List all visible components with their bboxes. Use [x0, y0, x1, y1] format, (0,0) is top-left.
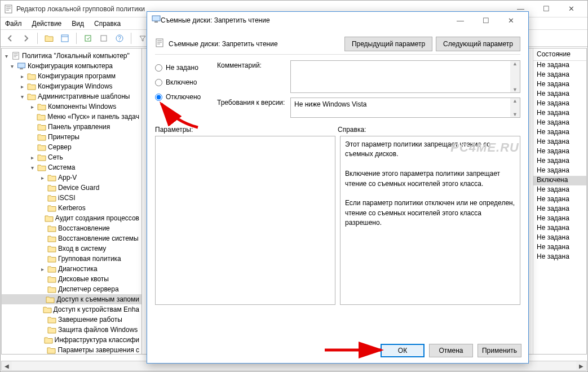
tree-item[interactable]: ▾Система	[2, 162, 142, 172]
tree-item[interactable]: Диспетчер сервера	[2, 284, 142, 294]
tree-item[interactable]: ▾Административные шаблоны	[2, 91, 142, 101]
ok-button[interactable]: ОК	[381, 344, 425, 357]
dialog-close-button[interactable]: ✕	[498, 12, 524, 28]
tree-item[interactable]: Панель управления	[2, 122, 142, 132]
apply-button[interactable]: Применить	[478, 344, 521, 357]
tree-twist-icon[interactable]: ▾	[8, 63, 15, 69]
tree-item[interactable]: Дисковые квоты	[2, 274, 142, 284]
tree-twist-icon[interactable]: ▸	[39, 175, 46, 181]
state-value[interactable]: Не задана	[533, 90, 586, 99]
menu-action[interactable]: Действие	[32, 20, 62, 28]
tree-item[interactable]: Аудит создания процессов	[2, 213, 142, 223]
toolbar-properties-button[interactable]	[98, 32, 110, 45]
state-value[interactable]: Не задана	[533, 233, 586, 243]
state-value[interactable]: Не задана	[533, 224, 586, 233]
toolbar-forward-button[interactable]	[20, 32, 32, 45]
tree-item[interactable]: ▸App-V	[2, 172, 142, 183]
state-radio-group: Не задано Включено Отключено	[155, 60, 217, 122]
scroll-left-button[interactable]: ◀	[2, 361, 12, 370]
state-value[interactable]: Не задана	[533, 214, 586, 224]
cancel-button[interactable]: Отмена	[429, 344, 473, 357]
tree-root[interactable]: ▾ Политика "Локальный компьютер"	[2, 51, 142, 61]
menu-view[interactable]: Вид	[72, 20, 84, 28]
toolbar-export-button[interactable]	[82, 32, 94, 45]
tree-item-label: Сервер	[48, 143, 72, 151]
menu-file[interactable]: Файл	[5, 20, 22, 28]
state-column-header[interactable]: Состояние	[533, 48, 586, 61]
comment-textarea[interactable]: ▲▼	[290, 60, 520, 93]
state-value[interactable]: Не задана	[533, 166, 586, 176]
requirements-textarea[interactable]: Не ниже Windows Vista ▲▼	[290, 98, 520, 118]
radio-not-configured[interactable]: Не задано	[155, 60, 217, 75]
folder-icon	[47, 285, 56, 293]
state-value[interactable]: Не задана	[533, 118, 586, 128]
tree-item[interactable]: Kerberos	[2, 203, 142, 213]
tree-item[interactable]: Принтеры	[2, 132, 142, 142]
tree-item[interactable]: Доступ к устройствам Enha	[2, 304, 142, 315]
radio-enabled[interactable]: Включено	[155, 75, 217, 90]
tree-twist-icon[interactable]: ▸	[19, 83, 25, 90]
tree-item[interactable]: Доступ к съемным запоми	[2, 294, 142, 304]
tree-item[interactable]: Меню «Пуск» и панель задач	[2, 112, 142, 122]
tree-item[interactable]: Восстановление системы	[2, 233, 142, 243]
policy-tree[interactable]: ▾ Политика "Локальный компьютер" ▾Конфиг…	[1, 48, 142, 355]
toolbar-up-button[interactable]	[43, 32, 55, 45]
state-value[interactable]: Не задана	[533, 80, 586, 90]
tree-twist-icon[interactable]: ▸	[39, 266, 46, 272]
dialog-minimize-button[interactable]: —	[448, 12, 473, 28]
state-value[interactable]: Не задана	[533, 138, 586, 147]
tree-item[interactable]: Завершение работы	[2, 315, 142, 325]
tree-twist-icon[interactable]: ▸	[29, 154, 36, 161]
main-close-button[interactable]: ✕	[559, 1, 584, 17]
folder-icon	[47, 346, 56, 354]
state-value[interactable]: Не задана	[533, 185, 586, 195]
toolbar-back-button[interactable]	[4, 32, 16, 45]
tree-twist-icon[interactable]: ▾	[29, 165, 36, 171]
tree-twist-icon[interactable]: ▸	[29, 104, 36, 110]
state-value[interactable]: Не задана	[533, 128, 586, 138]
folder-icon	[44, 336, 53, 344]
tree-item[interactable]: Восстановление	[2, 223, 142, 233]
state-value[interactable]: Не задана	[533, 243, 586, 253]
tree-item[interactable]: ▾Конфигурация компьютера	[2, 61, 142, 71]
tree-item[interactable]: iSCSI	[2, 193, 142, 203]
state-value[interactable]: Не задана	[533, 205, 586, 214]
tree-item[interactable]: Параметры завершения с	[2, 345, 142, 355]
tree-item[interactable]: Инфраструктура классифи	[2, 335, 142, 345]
tree-item[interactable]: Device Guard	[2, 183, 142, 193]
tree-item[interactable]: ▸Компоненты Windows	[2, 101, 142, 112]
state-value[interactable]: Не задана	[533, 99, 586, 109]
previous-setting-button[interactable]: Предыдущий параметр	[344, 37, 432, 51]
state-value[interactable]: Не задана	[533, 195, 586, 205]
tree-item[interactable]: ▸Конфигурация Windows	[2, 81, 142, 91]
state-value[interactable]: Включена	[533, 176, 586, 185]
tree-item[interactable]: Групповая политика	[2, 254, 142, 264]
parameters-box[interactable]	[155, 136, 335, 305]
app-icon	[4, 5, 13, 14]
help-box[interactable]: Этот параметр политики запрещает чтение …	[340, 136, 520, 305]
radio-disabled[interactable]: Отключено	[155, 90, 217, 104]
tree-twist-icon[interactable]: ▾	[3, 53, 10, 59]
state-value[interactable]: Не задана	[533, 147, 586, 157]
tree-item[interactable]: Защита файлов Windows	[2, 325, 142, 335]
tree-item[interactable]: ▸Диагностика	[2, 264, 142, 274]
state-value[interactable]: Не задана	[533, 253, 586, 262]
scroll-right-button[interactable]: ▶	[576, 361, 586, 370]
tree-item[interactable]: ▸Конфигурация программ	[2, 71, 142, 81]
menu-help[interactable]: Справка	[94, 20, 121, 28]
state-value[interactable]: Не задана	[533, 157, 586, 166]
state-value[interactable]: Не задана	[533, 61, 586, 70]
main-maximize-button[interactable]: ☐	[533, 1, 559, 17]
state-value[interactable]: Не задана	[533, 109, 586, 118]
state-value[interactable]: Не задана	[533, 70, 586, 80]
dialog-maximize-button[interactable]: ☐	[473, 12, 498, 28]
tree-item-label: Компоненты Windows	[48, 103, 116, 110]
tree-twist-icon[interactable]: ▸	[19, 73, 25, 79]
toolbar-show-hide-button[interactable]	[59, 32, 71, 45]
tree-twist-icon[interactable]: ▾	[19, 94, 25, 100]
tree-item[interactable]: Вход в систему	[2, 243, 142, 254]
tree-item[interactable]: Сервер	[2, 142, 142, 152]
toolbar-help-button[interactable]: ?	[113, 32, 126, 45]
tree-item[interactable]: ▸Сеть	[2, 152, 142, 162]
next-setting-button[interactable]: Следующий параметр	[436, 37, 520, 51]
